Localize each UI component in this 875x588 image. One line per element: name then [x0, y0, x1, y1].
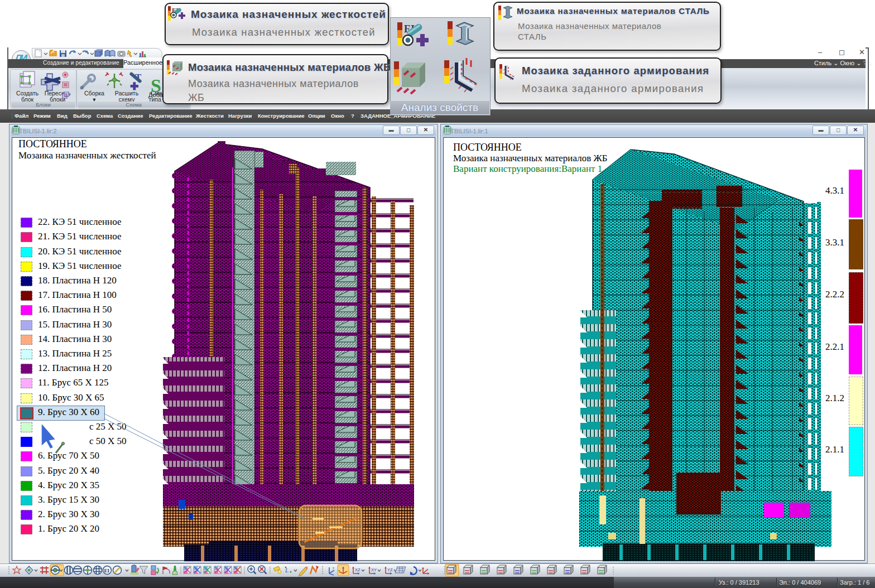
svg-text:XY: XY	[371, 567, 377, 572]
svg-text:YZ: YZ	[387, 567, 393, 572]
svg-text:EI: EI	[104, 568, 110, 573]
svg-text:Доба: Доба	[148, 91, 164, 98]
svg-text:Б: Б	[65, 94, 68, 98]
svg-text:XZ: XZ	[355, 567, 360, 572]
